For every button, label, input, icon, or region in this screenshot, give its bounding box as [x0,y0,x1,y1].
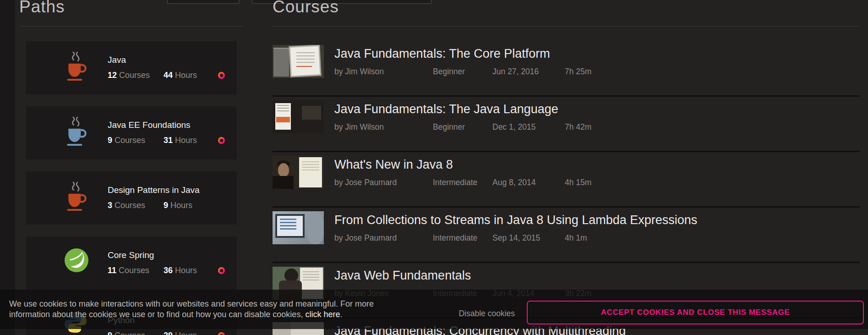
course-divider [273,206,860,208]
course-date: Dec 1, 2015 [492,122,565,132]
course-meta: by Jose Paumard Intermediate Aug 8, 2014… [334,178,591,187]
course-thumbnail[interactable] [273,100,324,133]
course-duration: 7h 25m [565,67,591,77]
path-title: Core Spring [108,250,154,260]
top-clipped-control-1[interactable] [167,0,239,4]
course-level: Intermediate [433,178,492,187]
course-meta: by Jose Paumard Intermediate Sep 14, 201… [334,233,587,243]
cookie-message-line1: We use cookies to make interactions with… [9,299,374,309]
path-stats: 3 Courses 9 Hours [108,201,218,210]
course-duration: 4h 1m [565,233,587,243]
course-author: by Jose Paumard [334,233,433,243]
course-divider [273,95,860,97]
course-duration: 4h 15m [565,178,591,187]
path-courses-stat: 3 Courses [108,201,145,210]
path-card-java-ee-foundations[interactable]: Java EE Foundations 9 Courses 31 Hours [26,106,237,159]
course-title[interactable]: Java Web Fundamentals [334,269,471,283]
course-level: Beginner [433,122,492,132]
course-author: by Jim Wilson [334,67,433,77]
course-thumbnail[interactable] [273,156,324,189]
course-row[interactable]: Java Fundamentals: The Core Platform by … [273,45,860,91]
course-author: by Jim Wilson [334,122,433,132]
course-title[interactable]: Java Fundamentals: The Java Language [334,102,558,116]
path-stats: 11 Courses 36 Hours [108,266,218,275]
course-date: Jun 27, 2016 [492,67,565,77]
path-hours-stat: 31 Hours [164,136,197,145]
path-title: Design Patterns in Java [108,185,200,195]
path-stats: 9 Courses 31 Hours [108,136,218,145]
path-title: Java EE Foundations [108,120,191,130]
path-hours-stat: 44 Hours [164,71,197,80]
course-level: Beginner [433,67,492,77]
coffee-cup-red-icon [64,179,89,215]
path-title: Java [108,55,126,65]
path-courses-stat: 12 Courses [108,71,150,80]
path-stats: 9 Courses 29 Hours [108,331,218,335]
path-card-design-patterns-in-java[interactable]: Design Patterns in Java 3 Courses 9 Hour… [26,171,237,225]
paths-heading-rule [19,26,243,27]
path-badge-icon [218,71,225,79]
course-thumbnail[interactable] [273,211,324,244]
path-stats: 12 Courses 44 Hours [108,71,218,80]
course-row[interactable]: What's New in Java 8 by Jose Paumard Int… [273,156,860,202]
course-title[interactable]: Java Fundamentals: The Core Platform [334,47,550,61]
course-row[interactable]: Java Fundamentals: The Java Language by … [273,100,860,146]
course-divider [273,262,860,263]
cookie-message-line2: information about the cookies we use or … [9,309,374,320]
cookie-message: We use cookies to make interactions with… [9,299,374,320]
page: Paths Java 12 Courses 44 Hours [0,0,868,335]
accept-cookies-button[interactable]: ACCEPT COOKIES AND CLOSE THIS MESSAGE [527,301,864,324]
disable-cookies-link[interactable]: Disable cookies [448,309,515,319]
course-row[interactable]: From Collections to Streams in Java 8 Us… [273,211,860,257]
path-card-java[interactable]: Java 12 Courses 44 Hours [26,41,237,94]
paths-heading: Paths [19,0,65,16]
path-badge-icon [218,267,225,275]
path-badge-icon [218,332,225,335]
path-hours-stat: 9 Hours [164,201,192,210]
cookie-banner: We use cookies to make interactions with… [0,290,868,329]
path-hours-stat: 29 Hours [164,331,197,335]
course-meta: by Jim Wilson Beginner Jun 27, 2016 7h 2… [334,67,591,77]
path-badge-icon [218,137,225,144]
course-meta: by Jim Wilson Beginner Dec 1, 2015 7h 42… [334,122,591,132]
courses-heading-rule [273,26,860,27]
left-edge-strip [0,0,15,335]
path-card-core-spring[interactable]: Core Spring 11 Courses 36 Hours [26,236,237,290]
path-courses-stat: 9 Courses [108,331,145,335]
course-date: Sep 14, 2015 [492,233,565,243]
course-thumbnail[interactable] [273,45,324,78]
course-date: Aug 8, 2014 [492,178,565,187]
coffee-cup-red-icon [64,49,89,85]
path-courses-stat: 9 Courses [108,136,145,145]
courses-heading: Courses [273,0,339,16]
course-title[interactable]: What's New in Java 8 [334,158,453,172]
path-hours-stat: 36 Hours [164,266,197,275]
coffee-cup-blue-icon [64,114,89,150]
course-divider [273,151,860,152]
cookie-click-here-link[interactable]: click here [305,310,340,319]
course-duration: 7h 42m [565,122,591,132]
path-courses-stat: 11 Courses [108,266,149,275]
course-title[interactable]: From Collections to Streams in Java 8 Us… [334,213,697,227]
spring-leaf-icon [64,247,89,284]
course-author: by Jose Paumard [334,178,433,187]
course-level: Intermediate [433,233,492,243]
